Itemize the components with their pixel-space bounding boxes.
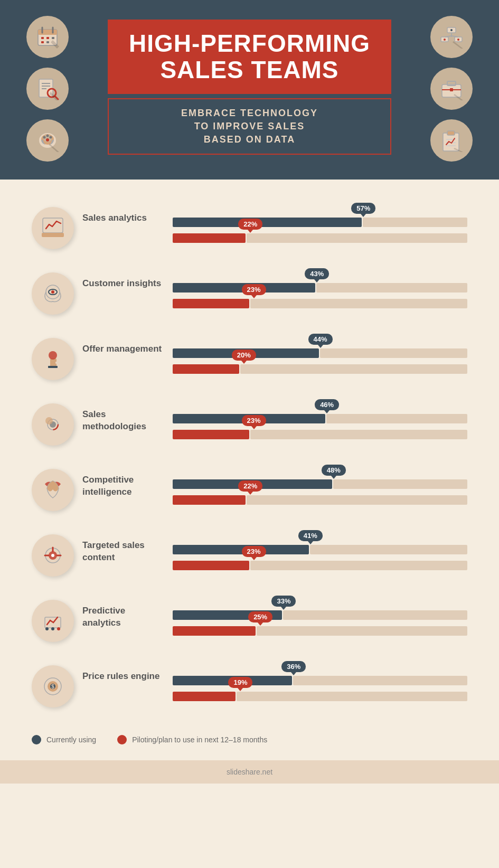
chart-bars-area: 44%20%	[173, 332, 467, 374]
chart-row-icon: $	[32, 665, 74, 707]
chart-bars-area: 48%22%	[173, 463, 467, 505]
current-bubble: 48%	[322, 465, 346, 476]
svg-point-21	[46, 138, 49, 141]
svg-rect-7	[46, 41, 49, 43]
current-bubble: 41%	[298, 530, 323, 541]
chart-row-icon	[32, 403, 74, 446]
header-icons-left	[26, 16, 69, 162]
svg-line-26	[445, 36, 451, 37]
title-line2: SALES TEAMS	[129, 56, 370, 83]
chart-row: Sales analytics57%22%	[32, 201, 467, 249]
svg-point-63	[57, 627, 60, 630]
header-section: HIGH-PERFORMING SALES TEAMS EMBRACE TECH…	[0, 0, 499, 180]
pilot-bar	[173, 561, 249, 570]
legend: Currently using Piloting/plan to use in …	[32, 724, 467, 744]
svg-text:$: $	[51, 684, 54, 690]
chart-row: Customer insights43%23%	[32, 266, 467, 315]
chart-row-icon	[32, 272, 74, 315]
svg-point-29	[457, 39, 459, 41]
footer: slideshare.net	[0, 760, 499, 784]
svg-point-30	[450, 29, 453, 31]
pilot-bubble: 19%	[228, 677, 252, 688]
current-bubble: 33%	[271, 596, 296, 607]
briefcase-icon	[430, 68, 473, 110]
pilot-bar	[173, 233, 246, 243]
svg-rect-6	[41, 41, 44, 43]
chart-row-label: Competitive intelligence	[82, 463, 164, 498]
title-line1: HIGH-PERFORMING	[129, 30, 370, 57]
chart-bars-area: 33%25%	[173, 593, 467, 636]
chart-row-label: Predictive analytics	[82, 593, 164, 629]
current-bar	[173, 545, 309, 554]
title-area: HIGH-PERFORMING SALES TEAMS EMBRACE TECH…	[108, 20, 391, 155]
chart-row-label: Sales methodologies	[82, 397, 164, 433]
chart-bars-area: 41%23%	[173, 528, 467, 570]
chart-container: Sales analytics57%22%Customer insights43…	[32, 201, 467, 707]
svg-point-28	[444, 39, 446, 41]
pilot-bubble: 23%	[242, 546, 266, 557]
pilot-bubble: 22%	[238, 219, 262, 230]
chart-bars-area: 57%22%	[173, 201, 467, 243]
current-bar	[173, 218, 362, 227]
chart-row-icon	[32, 207, 74, 249]
legend-current: Currently using	[32, 735, 96, 744]
pilot-bar	[173, 430, 249, 439]
pilot-bubble: 22%	[238, 480, 262, 492]
svg-point-48	[49, 351, 57, 360]
svg-rect-8	[52, 37, 54, 39]
pilot-bar	[173, 299, 249, 308]
chart-row: Targeted sales content41%23%	[32, 528, 467, 577]
current-bubble: 44%	[308, 334, 333, 345]
legend-pilot-dot	[117, 735, 127, 744]
chart-row-label: Price rules engine	[82, 659, 164, 683]
chart-row-icon	[32, 534, 74, 577]
svg-point-53	[45, 417, 53, 424]
svg-point-20	[50, 136, 52, 139]
chart-row-label: Customer insights	[82, 266, 164, 290]
chart-bars-area: 36%19%	[173, 659, 467, 701]
chart-row: $Price rules engine36%19%	[32, 659, 467, 707]
main-content: Sales analytics57%22%Customer insights43…	[0, 180, 499, 760]
chart-row-icon	[32, 338, 74, 380]
svg-point-61	[45, 627, 49, 630]
pilot-bubble: 23%	[242, 284, 266, 295]
svg-rect-49	[48, 366, 58, 368]
chart-bars-area: 43%23%	[173, 266, 467, 308]
chart-row-label: Offer management	[82, 332, 164, 355]
svg-line-27	[451, 36, 458, 37]
chart-row-label: Sales analytics	[82, 201, 164, 224]
header-icons-right	[430, 16, 473, 162]
svg-rect-34	[450, 88, 453, 91]
svg-rect-35	[443, 133, 459, 151]
legend-pilot: Piloting/plan to use in next 12–18 month…	[117, 735, 267, 744]
subtitle: EMBRACE TECHNOLOGYTO IMPROVE SALESBASED …	[125, 107, 374, 147]
legend-current-dot	[32, 735, 41, 744]
svg-point-19	[46, 135, 49, 137]
svg-rect-36	[447, 131, 455, 135]
pilot-bubble: 20%	[232, 350, 256, 361]
svg-point-56	[51, 554, 54, 557]
chart-bars-area: 46%23%	[173, 397, 467, 439]
chart-clipboard-icon	[430, 119, 473, 162]
current-bubble: 57%	[351, 203, 375, 214]
svg-rect-5	[46, 37, 49, 39]
title-box: HIGH-PERFORMING SALES TEAMS	[108, 20, 391, 94]
chart-row: Offer management44%20%	[32, 332, 467, 380]
legend-current-label: Currently using	[46, 735, 96, 744]
chart-row-label: Targeted sales content	[82, 528, 164, 564]
pilot-bubble: 23%	[242, 415, 266, 426]
network-icon	[430, 16, 473, 58]
pilot-bar	[173, 495, 246, 505]
legend-pilot-label: Piloting/plan to use in next 12–18 month…	[132, 735, 267, 744]
chart-row-icon	[32, 600, 74, 642]
calendar-icon	[26, 16, 69, 58]
pilot-bar	[173, 692, 236, 701]
footer-source: slideshare.net	[227, 768, 272, 776]
chart-row: Predictive analytics33%25%	[32, 593, 467, 642]
search-doc-icon	[26, 68, 69, 110]
chart-row-icon	[32, 469, 74, 511]
pilot-bar	[173, 364, 239, 374]
svg-rect-46	[47, 362, 50, 364]
svg-point-62	[51, 627, 54, 630]
current-bubble: 36%	[281, 661, 306, 672]
